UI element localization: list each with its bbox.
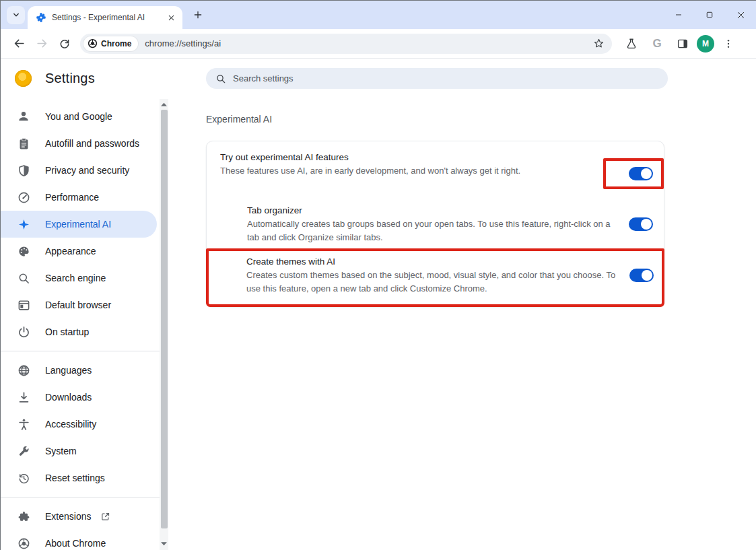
sidebar-item-search-engine[interactable]: Search engine [1,265,157,291]
sidebar-item-label: Default browser [45,300,111,310]
setting-description: Creates custom themes based on the subje… [246,269,623,296]
browser-toolbar: Chrome chrome://settings/ai G M [1,29,756,59]
setting-description: Automatically creates tab groups based o… [247,217,624,244]
setting-row-tab-organizer: Tab organizer Automatically creates tab … [207,201,664,248]
window-controls [663,1,756,29]
section-heading: Experimental AI [206,114,756,125]
sidebar-item-performance[interactable]: Performance [1,184,157,211]
chrome-canary-logo-icon [15,70,32,87]
sidebar-item-extensions[interactable]: Extensions [1,503,157,530]
sidebar-item-appearance[interactable]: Appearance [1,238,157,265]
main-content: Experimental AI Try out experimental AI … [168,99,756,550]
sidebar-item-accessibility[interactable]: Accessibility [1,411,157,438]
browser-tab[interactable]: Settings - Experimental AI [28,6,182,29]
setting-row-text: Tab organizer Automatically creates tab … [247,204,629,244]
sidebar-item-about-chrome[interactable]: About Chrome [1,530,157,550]
address-bar[interactable]: Chrome chrome://settings/ai [80,34,612,54]
sidebar-item-default-browser[interactable]: Default browser [1,291,157,318]
minimize-button[interactable] [663,1,694,29]
sidebar-item-label: Extensions [45,511,91,522]
sidebar-item-label: Downloads [45,392,92,403]
chrome-logo-icon [88,38,98,48]
scrollbar-thumb[interactable] [161,110,168,528]
sidebar-item-autofill[interactable]: Autofill and passwords [1,130,157,157]
sidebar-item-reset-settings[interactable]: Reset settings [1,465,157,491]
chevron-down-icon [11,10,21,20]
download-icon [17,390,30,404]
settings-gear-favicon-icon [36,12,46,23]
maximize-button[interactable] [694,1,725,29]
red-highlight-box-toggle [603,158,664,189]
experimental-ai-card: Try out experimental AI features These f… [206,141,664,307]
sidebar-item-label: About Chrome [45,538,106,549]
search-icon [215,73,226,84]
tab-close-icon[interactable] [165,11,177,24]
setting-title: Create themes with AI [246,255,629,269]
sidebar-item-experimental-ai[interactable]: Experimental AI [1,211,157,238]
setting-title: Try out experimental AI features [220,151,603,164]
search-input[interactable] [233,73,631,83]
speedometer-icon [17,191,30,204]
sidebar-item-label: Accessibility [45,419,96,429]
nav-divider [1,351,160,351]
sidebar-item-label: Appearance [45,246,96,256]
history-reset-icon [17,471,30,485]
reload-button[interactable] [53,32,76,55]
kebab-menu-icon[interactable] [717,32,740,55]
site-chip[interactable]: Chrome [83,36,138,51]
toggle-knob [642,270,652,281]
scrollbar-down-arrow[interactable] [160,539,168,549]
setting-title: Tab organizer [247,204,629,217]
shield-icon [17,164,30,177]
sidebar-item-label: Autofill and passwords [45,138,139,149]
tab-title: Settings - Experimental AI [52,13,165,22]
sidebar-item-label: Search engine [45,273,106,283]
sparkle-icon [17,217,30,231]
sidebar-item-languages[interactable]: Languages [1,357,157,384]
toggle-create-themes[interactable] [629,269,654,282]
setting-row-text: Try out experimental AI features These f… [220,151,603,189]
sidebar-item-label: Reset settings [45,473,105,483]
sidebar-item-system[interactable]: System [1,438,157,465]
side-panel-icon[interactable] [671,32,694,55]
setting-row-text: Create themes with AI Creates custom the… [246,255,629,296]
sidebar-nav: You and Google Autofill and passwords Pr… [1,99,160,550]
scrollbar-up-arrow[interactable] [160,100,168,109]
url-text[interactable]: chrome://settings/ai [145,38,589,48]
sidebar-item-you-and-google[interactable]: You and Google [1,103,157,130]
sidebar-item-label: Languages [45,365,92,376]
setting-row-try-experimental-ai: Try out experimental AI features These f… [207,141,664,201]
bookmark-star-icon[interactable] [589,34,608,53]
sidebar-item-label: On startup [45,326,89,337]
sidebar-item-label: System [45,446,77,456]
labs-flask-icon[interactable] [620,32,643,55]
sidebar-scrollbar[interactable] [160,99,168,550]
sidebar-item-privacy[interactable]: Privacy and security [1,157,157,184]
profile-avatar[interactable]: M [697,35,714,53]
back-button[interactable] [7,32,30,55]
palette-icon [17,244,30,258]
clipboard-icon [17,137,30,150]
power-icon [17,325,30,339]
sidebar-item-on-startup[interactable]: On startup [1,318,157,345]
settings-body: You and Google Autofill and passwords Pr… [1,99,756,550]
sidebar-item-downloads[interactable]: Downloads [1,384,157,411]
close-window-button[interactable] [725,1,756,29]
settings-search[interactable] [206,68,668,89]
new-tab-button[interactable] [189,6,207,24]
sidebar-item-label: You and Google [45,111,112,122]
toggle-try-experimental-ai[interactable] [629,167,653,180]
person-icon [17,110,30,123]
nav-divider [1,497,160,497]
page-title: Settings [45,71,95,86]
sidebar-item-label: Privacy and security [45,165,129,176]
google-g-icon[interactable]: G [646,32,668,55]
toggle-knob [641,168,652,179]
red-highlight-box-create-themes: Create themes with AI Creates custom the… [206,248,664,307]
forward-button[interactable] [30,32,53,55]
settings-header: Settings [1,59,756,99]
toolbar-right-icons: G M [620,32,740,55]
avatar-letter: M [702,39,709,48]
tab-search-button[interactable] [7,6,25,24]
toggle-tab-organizer[interactable] [629,217,653,231]
